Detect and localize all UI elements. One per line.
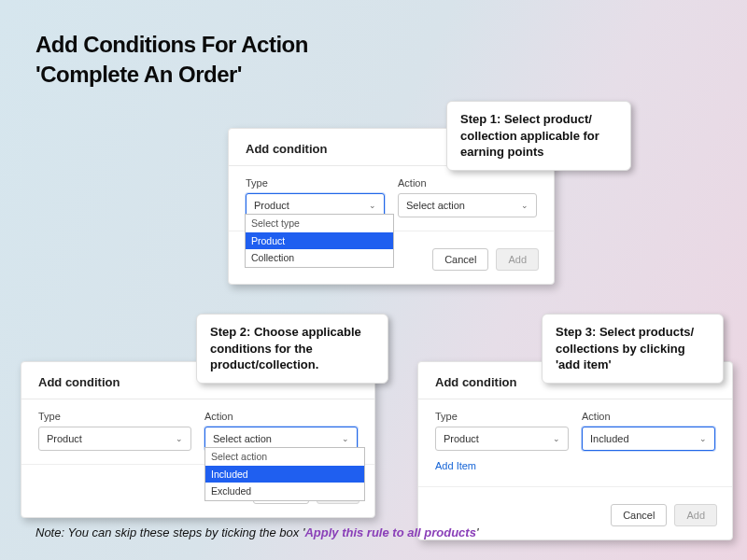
callout-step2: Step 2: Choose applicable conditions for… [196,314,388,384]
action-label: Action [582,411,715,422]
dropdown-option-included[interactable]: Included [205,466,364,483]
action-label: Action [398,177,537,189]
action-select[interactable]: Select action ⌄ [398,193,537,217]
cancel-button[interactable]: Cancel [432,248,488,271]
divider [418,486,732,487]
dropdown-header: Select action [205,448,364,466]
title-line-1: Add Conditions For Action [35,30,308,60]
caret-icon: ⌄ [369,201,376,210]
callout-step1: Step 1: Select product/ collection appli… [446,101,631,171]
note-suffix: ' [476,525,478,539]
type-select-value: Product [47,433,82,444]
type-label: Type [435,411,569,422]
action-select[interactable]: Included ⌄ [582,427,715,451]
dropdown-header: Select type [246,215,393,232]
add-item-link[interactable]: Add Item [435,460,476,471]
action-label: Action [204,411,358,422]
type-select-value: Product [254,200,289,211]
add-button[interactable]: Add [674,504,717,526]
type-select-value: Product [444,433,479,444]
dropdown-option-product[interactable]: Product [246,232,393,250]
action-dropdown[interactable]: Select action Included Excluded [204,447,365,501]
caret-icon: ⌄ [521,201,529,210]
cancel-button[interactable]: Cancel [611,504,667,526]
note-prefix: Note: You can skip these steps by tickin… [35,525,304,539]
page-title: Add Conditions For Action 'Complete An O… [35,30,308,91]
title-line-2: 'Complete An Order' [35,60,308,90]
type-select[interactable]: Product ⌄ [38,427,191,451]
action-select-value: Select action [406,200,465,211]
note-highlight: Apply this rule to all products [304,525,475,539]
modal-step3: Add condition Type Product ⌄ Action Incl… [417,361,733,540]
dropdown-option-collection[interactable]: Collection [246,249,393,267]
type-label: Type [38,411,191,422]
caret-icon: ⌄ [553,434,560,443]
type-select[interactable]: Product ⌄ [435,427,569,451]
action-select-value: Select action [213,433,272,444]
footer-note: Note: You can skip these steps by tickin… [35,525,478,539]
add-button[interactable]: Add [496,248,539,271]
type-dropdown[interactable]: Select type Product Collection [245,214,394,268]
caret-icon: ⌄ [699,434,707,443]
type-label: Type [246,177,385,189]
callout-step3: Step 3: Select products/ collections by … [542,314,724,384]
caret-icon: ⌄ [342,434,349,443]
action-select-value: Included [590,433,629,444]
dropdown-option-excluded[interactable]: Excluded [205,483,364,500]
caret-icon: ⌄ [176,434,183,443]
